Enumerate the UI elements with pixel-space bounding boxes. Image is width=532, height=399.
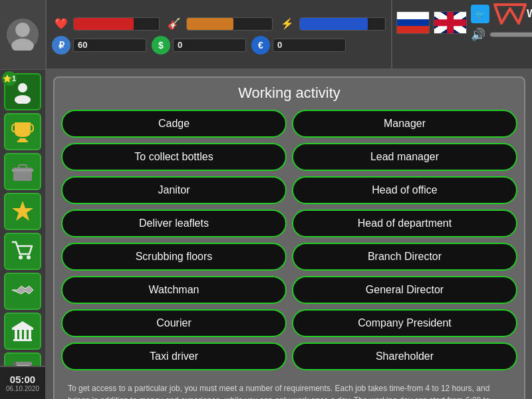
energy-bar-bg (299, 17, 386, 31)
svg-rect-14 (12, 328, 33, 330)
svg-point-1 (11, 39, 34, 51)
rub-icon: ₽ (52, 36, 70, 55)
energy-bar-fill (300, 18, 368, 30)
avatar-area[interactable] (0, 0, 47, 69)
euro-icon: € (251, 36, 270, 55)
euro-group: € 0 (251, 36, 346, 55)
jobs-grid: Cadge Manager To collect bottles Lead ma… (61, 110, 517, 370)
job-taxi-driver[interactable]: Taxi driver (61, 342, 287, 370)
twitter-button[interactable]: 🐦 (471, 5, 489, 23)
job-deliver-leaflets[interactable]: Deliver leaflets (61, 209, 287, 237)
job-cadge[interactable]: Cadge (61, 110, 287, 138)
volume-row: 🔊 (471, 27, 532, 42)
handshake-icon (11, 279, 35, 303)
wenay-logo-graphic (493, 3, 527, 25)
svg-point-0 (15, 23, 30, 37)
energy-bar-group: ⚡ (278, 15, 386, 33)
euro-bar: 0 (273, 39, 346, 52)
job-courier[interactable]: Courier (61, 309, 287, 337)
avatar-icon (7, 19, 39, 51)
info-text: To get access to a particular job, you m… (61, 377, 517, 399)
bank-icon (11, 319, 35, 343)
job-scrubbing-floors[interactable]: Scrubbing floors (61, 243, 287, 271)
svg-rect-18 (29, 330, 31, 339)
main-content: Working activity Cadge Manager To collec… (47, 70, 532, 399)
svg-marker-19 (12, 321, 33, 328)
sidebar-item-trophy[interactable] (4, 113, 41, 150)
date-display: 06.10.2020 (6, 385, 39, 392)
dollar-bar: 0 (173, 39, 246, 52)
sidebar-item-handshake[interactable] (4, 273, 41, 310)
social-row: 🐦 WENAYSTUDIO VK (471, 3, 532, 25)
left-sidebar: ⭐1 (0, 70, 47, 399)
job-manager[interactable]: Manager (292, 110, 517, 138)
russian-flag[interactable] (396, 11, 430, 34)
svg-marker-10 (12, 201, 33, 221)
dollar-group: $ 0 (152, 36, 246, 55)
rub-group: ₽ 60 (52, 36, 146, 55)
svg-point-12 (27, 255, 31, 259)
job-branch-director[interactable]: Branch Director (292, 243, 517, 271)
rub-value: 60 (78, 40, 87, 50)
top-stat-row: ❤️ 🎸 ⚡ (52, 15, 386, 33)
job-general-director[interactable]: General Director (292, 276, 517, 304)
job-collect-bottles[interactable]: To collect bottles (61, 143, 287, 171)
euro-value: 0 (277, 40, 282, 50)
sidebar-item-profile[interactable]: ⭐1 (4, 73, 41, 110)
wenay-name: WENAYSTUDIO (527, 8, 532, 20)
sound-icon: 🔊 (471, 27, 485, 42)
job-lead-manager[interactable]: Lead manager (292, 143, 517, 171)
svg-rect-13 (13, 339, 32, 341)
datetime: 05:00 06.10.2020 (0, 366, 47, 399)
cart-icon (11, 239, 35, 263)
svg-rect-17 (24, 330, 27, 339)
time-display: 05:00 (10, 374, 35, 385)
volume-bar-bg[interactable] (489, 32, 532, 37)
guitar-icon: 🎸 (165, 15, 184, 33)
health-bar-fill (74, 18, 134, 30)
dollar-icon: $ (152, 36, 170, 55)
job-watchman[interactable]: Watchman (61, 276, 287, 304)
panel-title: Working activity (61, 84, 517, 102)
svg-point-4 (15, 95, 31, 104)
badge-icon (11, 200, 35, 223)
briefcase-icon (11, 160, 35, 184)
job-head-of-department[interactable]: Head of department (292, 209, 517, 237)
sidebar-item-bank[interactable] (4, 313, 41, 350)
flags-row (396, 11, 467, 34)
happiness-bar-group: 🎸 (165, 15, 273, 33)
health-bar-bg (73, 17, 160, 31)
uk-flag[interactable] (434, 11, 467, 34)
top-bar: ❤️ 🎸 ⚡ ₽ (0, 0, 532, 70)
svg-rect-8 (19, 165, 27, 169)
happiness-bar-fill (187, 18, 233, 30)
volume-bar-fill (490, 33, 532, 37)
happiness-bar-bg (186, 17, 273, 31)
stats-area: ❤️ 🎸 ⚡ ₽ (47, 11, 391, 59)
health-bar-group: ❤️ (52, 15, 160, 33)
heart-icon: ❤️ (52, 15, 70, 33)
content-panel: Working activity Cadge Manager To collec… (53, 76, 525, 399)
job-head-of-office[interactable]: Head of office (292, 176, 517, 204)
job-janitor[interactable]: Janitor (61, 176, 287, 204)
job-company-president[interactable]: Company President (292, 309, 517, 337)
svg-rect-9 (12, 169, 33, 172)
svg-rect-15 (15, 330, 17, 339)
rub-bar: 60 (73, 39, 146, 52)
sidebar-item-cart[interactable] (4, 233, 41, 270)
svg-point-3 (18, 83, 27, 92)
svg-rect-16 (19, 330, 22, 339)
sidebar-item-briefcase[interactable] (4, 153, 41, 190)
sidebar-item-badge[interactable] (4, 193, 41, 230)
star-badge: ⭐1 (2, 71, 17, 86)
dollar-value: 0 (178, 40, 182, 50)
logo-area: 🐦 WENAYSTUDIO VK 🔊 (391, 0, 532, 69)
svg-rect-6 (17, 140, 28, 142)
trophy-icon (11, 120, 35, 144)
svg-point-11 (19, 255, 23, 259)
svg-marker-2 (495, 5, 525, 23)
currency-row: ₽ 60 $ 0 € 0 (52, 36, 386, 55)
bolt-icon: ⚡ (278, 15, 297, 33)
job-shareholder[interactable]: Shareholder (292, 342, 517, 370)
